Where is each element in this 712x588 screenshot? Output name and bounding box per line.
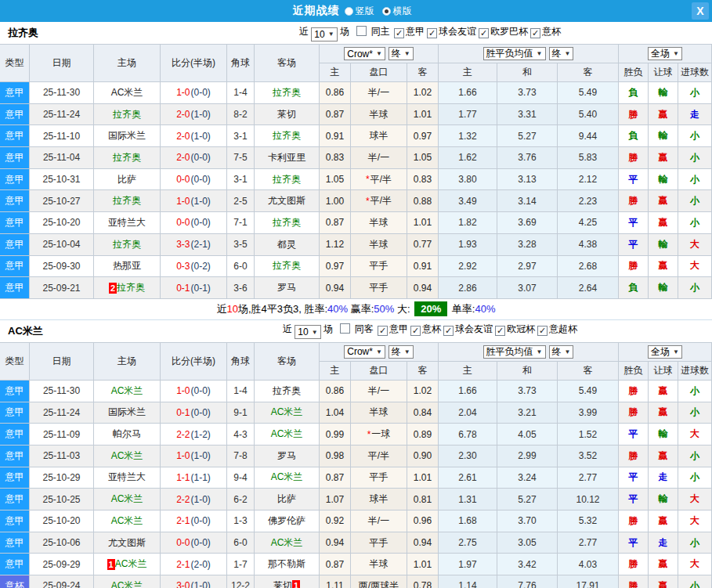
match-type[interactable]: 意甲 [0, 169, 30, 191]
home-team[interactable]: AC米兰 [94, 446, 161, 467]
away-team[interactable]: 拉齐奥 [255, 381, 320, 402]
away-team[interactable]: 那不勒斯 [255, 554, 320, 575]
home-team[interactable]: 亚特兰大 [94, 467, 161, 489]
home-team[interactable]: 比萨 [94, 169, 161, 191]
match-type[interactable]: 意甲 [0, 104, 30, 126]
home-team[interactable]: 国际米兰 [94, 125, 161, 147]
home-team[interactable]: 国际米兰 [94, 402, 161, 424]
match-type[interactable]: 意甲 [0, 190, 30, 212]
away-team[interactable]: 卡利亚里 [255, 147, 320, 169]
same-venue-checkbox[interactable] [340, 323, 350, 334]
away-team[interactable]: 佛罗伦萨 [255, 510, 320, 532]
bookmaker-select[interactable]: Crow* [344, 345, 385, 359]
home-team[interactable]: AC米兰 [94, 510, 161, 532]
league-filter[interactable]: 球会友谊 [425, 26, 476, 37]
away-team[interactable]: 罗马 [255, 277, 320, 299]
checkbox-icon[interactable] [394, 28, 404, 38]
checkbox-icon[interactable] [530, 28, 540, 38]
league-filter[interactable]: 意甲 [376, 323, 408, 334]
match-type[interactable]: 意甲 [0, 489, 30, 510]
final-odds-select[interactable]: 终 [549, 47, 574, 60]
league-filter[interactable]: 意超杯 [536, 323, 577, 334]
checkbox-icon[interactable] [495, 326, 505, 336]
average-odds-select[interactable]: 胜平负均值 [483, 47, 546, 60]
match-type[interactable]: 意甲 [0, 125, 30, 147]
match-type[interactable]: 意甲 [0, 554, 30, 575]
away-team[interactable]: AC米兰 [255, 402, 320, 424]
match-type[interactable]: 意甲 [0, 510, 30, 532]
home-team[interactable]: AC米兰 [94, 489, 161, 510]
league-filter[interactable]: 意杯 [529, 26, 561, 37]
away-team[interactable]: AC米兰 [255, 532, 320, 554]
final-odds-select[interactable]: 终 [389, 345, 414, 359]
horizontal-layout-radio[interactable] [382, 7, 391, 16]
away-team[interactable]: AC米兰 [255, 467, 320, 489]
away-team[interactable]: 拉齐奥 [255, 82, 320, 104]
home-team[interactable]: 2拉齐奥 [94, 277, 161, 299]
match-type[interactable]: 意甲 [0, 147, 30, 169]
match-type[interactable]: 意甲 [0, 256, 30, 278]
league-filter[interactable]: 意甲 [392, 26, 425, 37]
away-team[interactable]: 拉齐奥 [255, 256, 320, 278]
home-team[interactable]: 尤文图斯 [94, 532, 161, 554]
home-team[interactable]: AC米兰 [94, 82, 161, 104]
average-odds-select[interactable]: 胜平负均值 [483, 345, 546, 359]
checkbox-icon[interactable] [378, 326, 388, 336]
home-team[interactable]: 亚特兰大 [94, 212, 161, 234]
away-team[interactable]: 都灵 [255, 234, 320, 256]
home-team[interactable]: 拉齐奥 [94, 147, 161, 169]
home-team[interactable]: 帕尔马 [94, 424, 161, 446]
away-team[interactable]: 拉齐奥 [255, 212, 320, 234]
away-team[interactable]: 莱切 [255, 104, 320, 126]
match-type[interactable]: 意杯 [0, 575, 30, 588]
match-type[interactable]: 意甲 [0, 277, 30, 299]
league-filter[interactable]: 球会友谊 [442, 323, 493, 334]
home-team[interactable]: 热那亚 [94, 256, 161, 278]
home-team[interactable]: 拉齐奥 [94, 234, 161, 256]
match-type[interactable]: 意甲 [0, 446, 30, 467]
bookmaker-select[interactable]: Crow* [344, 47, 385, 60]
checkbox-icon[interactable] [410, 326, 421, 336]
league-filter[interactable]: 欧冠杯 [493, 323, 535, 334]
final-odds-select[interactable]: 终 [549, 345, 574, 359]
away-team[interactable]: 罗马 [255, 446, 320, 467]
league-filter[interactable]: 欧罗巴杯 [477, 26, 528, 37]
home-team[interactable]: AC米兰 [94, 575, 161, 588]
match-count-select[interactable]: 10 [295, 325, 320, 339]
match-type[interactable]: 意甲 [0, 234, 30, 256]
final-odds-select[interactable]: 终 [389, 47, 414, 60]
checkbox-icon[interactable] [479, 28, 489, 38]
match-type[interactable]: 意甲 [0, 212, 30, 234]
horizontal-layout-label[interactable]: 横版 [393, 5, 412, 18]
vertical-layout-radio[interactable] [345, 7, 353, 16]
checkbox-icon[interactable] [537, 326, 548, 336]
scope-select[interactable]: 全场 [648, 345, 682, 359]
match-type[interactable]: 意甲 [0, 467, 30, 489]
away-team[interactable]: 拉齐奥 [255, 125, 320, 147]
away-team[interactable]: 拉齐奥 [255, 169, 320, 191]
away-team[interactable]: 尤文图斯 [255, 190, 320, 212]
close-icon[interactable]: X [692, 2, 709, 20]
home-team[interactable]: AC米兰 [94, 381, 161, 402]
checkbox-icon[interactable] [427, 28, 437, 38]
match-type[interactable]: 意甲 [0, 402, 30, 424]
summary-part: 20% [414, 301, 447, 316]
league-filter[interactable]: 意杯 [409, 323, 441, 334]
scope-select[interactable]: 全场 [648, 47, 682, 60]
same-venue-checkbox[interactable] [356, 26, 367, 36]
away-team[interactable]: 比萨 [255, 489, 320, 510]
match-count-select[interactable]: 10 [311, 27, 337, 41]
home-team[interactable]: 拉齐奥 [94, 104, 161, 126]
euro-away-odds: 5.49 [558, 381, 619, 402]
match-type[interactable]: 意甲 [0, 424, 30, 446]
checkbox-icon[interactable] [443, 326, 454, 336]
match-type[interactable]: 意甲 [0, 381, 30, 402]
match-type[interactable]: 意甲 [0, 532, 30, 554]
away-team[interactable]: AC米兰 [255, 424, 320, 446]
away-team[interactable]: 莱切1 [255, 575, 320, 588]
euro-away-odds: 10.12 [558, 489, 619, 510]
home-team[interactable]: 拉齐奥 [94, 190, 161, 212]
vertical-layout-label[interactable]: 竖版 [356, 5, 374, 18]
home-team[interactable]: 1AC米兰 [94, 554, 161, 575]
match-type[interactable]: 意甲 [0, 82, 30, 104]
